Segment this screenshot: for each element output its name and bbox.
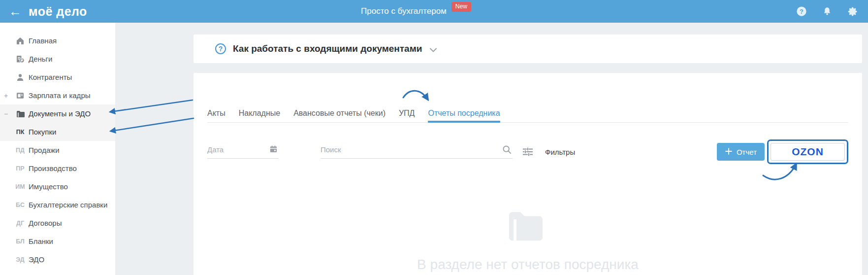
- add-report-button[interactable]: Отчет: [717, 143, 765, 161]
- question-circle-icon: ?: [215, 43, 226, 54]
- main-content: ? Как работать с входящими документами А…: [115, 23, 868, 275]
- sidebar-item-label: Покупки: [29, 128, 56, 136]
- tab-avansovye-otchety[interactable]: Авансовые отчеты (чеки): [293, 108, 386, 122]
- sidebar-item-label: Имущество: [29, 182, 68, 191]
- tab-otchety-posrednika[interactable]: Отчеты посредника: [428, 108, 500, 122]
- sidebar-item-label: Производство: [29, 164, 77, 172]
- sidebar-item-label: Бланки: [29, 237, 53, 245]
- ozon-report-button[interactable]: OZON: [771, 143, 845, 161]
- sidebar-item-code: ПК: [12, 129, 29, 136]
- sidebar-item-label: Бухгалтерские справки: [29, 201, 107, 209]
- empty-state-message: В разделе нет отчетов посредника: [193, 257, 862, 273]
- sidebar-item-code: ИМ: [12, 183, 29, 190]
- sidebar-item-code: ЭД: [12, 256, 29, 263]
- filter-sliders-icon[interactable]: [521, 145, 534, 158]
- id-card-icon: [12, 91, 29, 100]
- sidebar-item-label: Деньги: [29, 55, 52, 63]
- sidebar-item-glavnaya[interactable]: Главная: [0, 32, 115, 50]
- tab-upd[interactable]: УПД: [399, 108, 415, 122]
- sidebar-item-code: ПД: [12, 147, 29, 154]
- sidebar-item-prodazhi[interactable]: ПД Продажи: [0, 141, 115, 159]
- sidebar-item-label: Договоры: [29, 219, 62, 227]
- sidebar-item-blanki[interactable]: БЛ Бланки: [0, 232, 115, 250]
- folder-icon: [12, 109, 29, 118]
- sidebar-item-edo[interactable]: ЭД ЭДО: [0, 250, 115, 269]
- top-bar: ← моё дело Просто с бухгалтером New ?: [0, 0, 868, 23]
- help-banner[interactable]: ? Как работать с входящими документами: [193, 34, 862, 63]
- sidebar-item-label: Главная: [29, 36, 57, 45]
- money-document-icon: ₽: [12, 55, 29, 64]
- back-arrow-icon[interactable]: ←: [9, 5, 22, 18]
- sidebar-item-code: ПР: [12, 165, 29, 172]
- plus-icon: [725, 147, 733, 157]
- empty-state: В разделе нет отчетов посредника: [193, 208, 862, 273]
- sidebar-item-code: БЛ: [12, 238, 29, 245]
- help-icon[interactable]: ?: [796, 6, 807, 17]
- search-icon[interactable]: [502, 145, 512, 156]
- document-tabs: Акты Накладные Авансовые отчеты (чеки) У…: [207, 73, 848, 123]
- sidebar-item-code: ДГ: [12, 220, 29, 227]
- tab-akty[interactable]: Акты: [207, 108, 225, 122]
- sidebar-item-dogovory[interactable]: ДГ Договоры: [0, 214, 115, 232]
- topbar-icons: ?: [796, 0, 858, 23]
- sidebar-item-label: Документы и ЭДО: [29, 109, 91, 118]
- app-logo[interactable]: моё дело: [29, 4, 87, 19]
- sidebar-item-code: БС: [12, 202, 29, 208]
- search-filter-field: [321, 145, 513, 159]
- filters-label[interactable]: Фильтры: [545, 148, 575, 156]
- sidebar-item-label: Контрагенты: [29, 73, 72, 81]
- sidebar-item-dengi[interactable]: ₽ Деньги: [0, 50, 115, 68]
- help-banner-title: Как работать с входящими документами: [233, 43, 422, 54]
- sidebar-item-kontragenty[interactable]: Контрагенты: [0, 68, 115, 86]
- date-filter-field: [207, 145, 279, 159]
- add-report-label: Отчет: [737, 148, 757, 156]
- sidebar-item-label: ЭДО: [29, 255, 44, 264]
- sidebar-nav: Главная ₽ Деньги Контрагенты + Зарплата …: [0, 23, 115, 275]
- empty-folder-icon: [505, 237, 550, 245]
- settings-gear-icon[interactable]: [847, 6, 858, 17]
- home-icon: [12, 36, 29, 45]
- ozon-highlight-annotation: OZON: [767, 139, 848, 164]
- chevron-down-icon[interactable]: [430, 45, 437, 54]
- tagline-text: Просто с бухгалтером: [361, 6, 447, 16]
- new-badge: New: [451, 2, 471, 11]
- date-input[interactable]: [207, 145, 279, 158]
- sidebar-item-buhspravki[interactable]: БС Бухгалтерские справки: [0, 196, 115, 214]
- app: ← моё дело Просто с бухгалтером New ? Гл…: [0, 0, 868, 275]
- topbar-banner: Просто с бухгалтером New: [361, 0, 471, 23]
- sidebar-item-label: Зарплата и кадры: [29, 91, 91, 100]
- documents-panel: Акты Накладные Авансовые отчеты (чеки) У…: [193, 73, 862, 275]
- sidebar-item-label: Продажи: [29, 146, 60, 154]
- sidebar-item-pokupki[interactable]: ПК Покупки: [0, 123, 115, 141]
- filter-toolbar: Фильтры Отчет OZON: [193, 139, 862, 164]
- collapse-minus-icon[interactable]: −: [0, 110, 12, 118]
- sidebar-item-imushchestvo[interactable]: ИМ Имущество: [0, 177, 115, 196]
- sidebar-item-dokumenty-edo[interactable]: − Документы и ЭДО: [0, 104, 115, 123]
- expand-plus-icon[interactable]: +: [0, 92, 12, 100]
- sidebar-item-proizvodstvo[interactable]: ПР Производство: [0, 159, 115, 177]
- notifications-bell-icon[interactable]: [822, 6, 833, 17]
- sidebar-item-zarplata[interactable]: + Зарплата и кадры: [0, 86, 115, 104]
- person-icon: [12, 73, 29, 82]
- tab-nakladnye[interactable]: Накладные: [239, 108, 280, 122]
- svg-text:?: ?: [800, 8, 804, 15]
- search-input[interactable]: [321, 145, 513, 158]
- calendar-icon[interactable]: [269, 145, 278, 155]
